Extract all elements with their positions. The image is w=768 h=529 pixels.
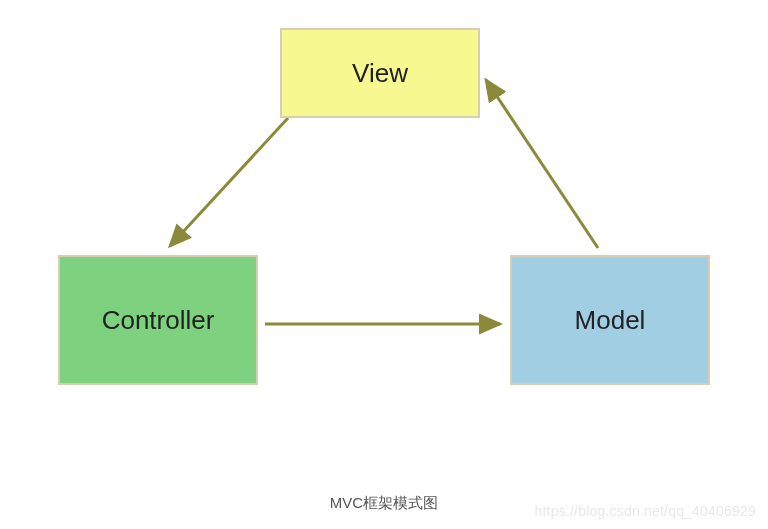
watermark-text: https://blog.csdn.net/qq_40406929 [535,503,756,519]
node-model: Model [510,255,710,385]
node-controller-label: Controller [102,305,215,336]
node-model-label: Model [575,305,646,336]
arrow-view-to-controller [170,118,288,246]
node-view-label: View [352,58,408,89]
node-view: View [280,28,480,118]
mvc-diagram: View Controller Model [0,0,768,480]
arrow-model-to-view [486,80,598,248]
node-controller: Controller [58,255,258,385]
